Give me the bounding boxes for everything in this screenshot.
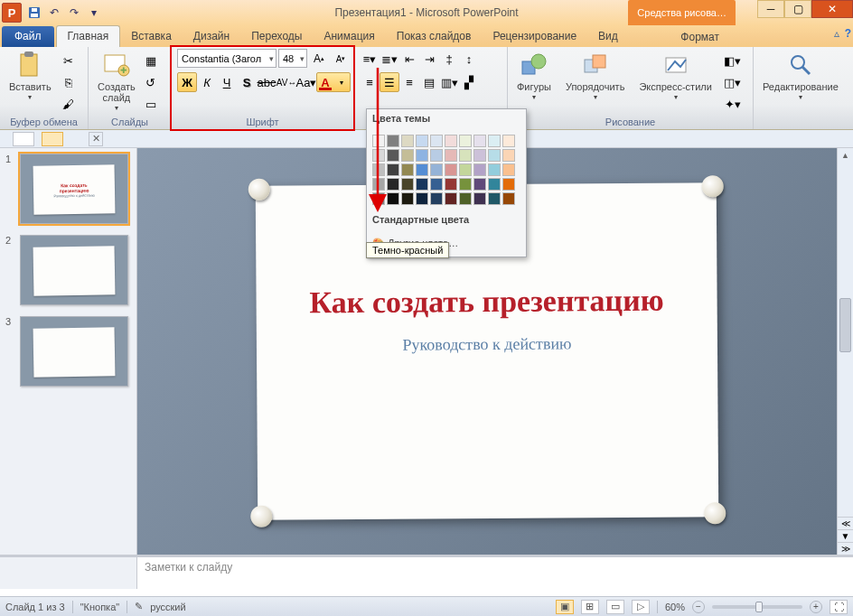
slide-reset-icon[interactable]: ↺ (141, 72, 161, 92)
color-swatch[interactable] (430, 135, 443, 147)
color-swatch[interactable] (473, 135, 486, 147)
color-swatch[interactable] (445, 192, 457, 205)
slide-thumbnail[interactable] (20, 235, 128, 305)
zoom-value[interactable]: 60% (665, 602, 685, 612)
color-swatch[interactable] (430, 163, 443, 176)
bullets-icon[interactable]: ≡▾ (360, 49, 380, 69)
zoom-slider[interactable] (712, 605, 802, 609)
color-swatch[interactable] (459, 163, 472, 176)
new-slide-button[interactable]: ✚ Создать слайд▾ (94, 49, 139, 115)
color-swatch[interactable] (445, 149, 457, 162)
tab-format[interactable]: Формат (664, 27, 736, 47)
next-slide-icon[interactable]: ≫ (838, 542, 853, 555)
color-swatch[interactable] (416, 149, 428, 162)
color-swatch[interactable] (459, 135, 472, 147)
color-swatch[interactable] (488, 149, 501, 162)
save-icon[interactable] (25, 4, 43, 22)
slide-layout-icon[interactable]: ▦ (141, 51, 161, 70)
color-swatch[interactable] (488, 192, 501, 205)
outline-view-icon[interactable] (13, 132, 34, 146)
slide-section-icon[interactable]: ▭ (141, 94, 161, 114)
shape-effects-icon[interactable]: ✦▾ (723, 94, 743, 114)
color-swatch[interactable] (502, 192, 515, 205)
shrink-font-icon[interactable]: A▾ (331, 49, 351, 69)
color-swatch[interactable] (387, 135, 399, 147)
font-color-icon[interactable]: A (317, 73, 333, 91)
color-swatch[interactable] (488, 163, 501, 176)
shadow-button[interactable]: S (237, 72, 257, 92)
color-swatch[interactable] (401, 149, 414, 162)
scroll-down-icon[interactable]: ▼ (838, 529, 853, 542)
dedent-icon[interactable]: ⇤ (399, 49, 419, 69)
vertical-scrollbar[interactable]: ▲ ≪ ▼ ≫ (837, 148, 853, 555)
color-swatch[interactable] (401, 163, 414, 176)
color-swatch[interactable] (430, 149, 443, 162)
zoom-in-icon[interactable]: + (810, 601, 822, 613)
arrange-button[interactable]: Упорядочить▾ (562, 49, 628, 104)
justify-icon[interactable]: ▤ (419, 72, 439, 92)
color-swatch[interactable] (372, 178, 385, 191)
color-swatch[interactable] (445, 178, 457, 191)
color-swatch[interactable] (459, 192, 472, 205)
spellcheck-icon[interactable]: ✎ (135, 601, 143, 612)
columns-icon[interactable]: ▥▾ (439, 72, 459, 92)
color-swatch[interactable] (401, 135, 414, 147)
font-family-combo[interactable]: Constantia (Загол (177, 49, 277, 68)
tab-file[interactable]: Файл (2, 26, 54, 47)
color-swatch[interactable] (488, 135, 501, 147)
prev-slide-icon[interactable]: ≪ (838, 517, 853, 529)
format-painter-icon[interactable]: 🖌 (59, 94, 79, 114)
italic-button[interactable]: К (197, 72, 217, 92)
tab-design[interactable]: Дизайн (183, 26, 240, 47)
strike-button[interactable]: abc (257, 72, 277, 92)
align-left-icon[interactable]: ≡ (360, 72, 380, 92)
font-color-dropdown-icon[interactable]: ▾ (333, 73, 350, 91)
color-swatch[interactable] (430, 178, 443, 191)
editing-button[interactable]: Редактирование▾ (759, 49, 842, 104)
copy-icon[interactable]: ⎘ (59, 72, 79, 92)
color-swatch[interactable] (387, 192, 399, 205)
redo-icon[interactable]: ↷ (65, 4, 83, 22)
color-swatch[interactable] (459, 178, 472, 191)
fit-window-icon[interactable]: ⛶ (830, 600, 848, 614)
color-swatch[interactable] (372, 135, 385, 147)
numbering-icon[interactable]: ≣▾ (380, 49, 399, 69)
color-swatch[interactable] (401, 192, 414, 205)
slide-thumbnail[interactable]: Как создатьпрезентациюРуководство к дейс… (20, 154, 128, 224)
shapes-button[interactable]: Фигуры▾ (513, 49, 555, 104)
color-swatch[interactable] (502, 149, 515, 162)
cut-icon[interactable]: ✂ (59, 51, 79, 70)
tab-animation[interactable]: Анимация (313, 26, 385, 47)
zoom-out-icon[interactable]: − (692, 601, 705, 613)
font-color-button[interactable]: A ▾ (316, 72, 351, 92)
tab-review[interactable]: Рецензирование (482, 26, 587, 47)
maximize-button[interactable]: ▢ (784, 0, 811, 18)
color-swatch[interactable] (372, 149, 385, 162)
line-spacing-icon[interactable]: ‡ (439, 49, 459, 69)
normal-view-icon[interactable]: ▣ (556, 600, 574, 614)
color-swatch[interactable] (372, 192, 385, 205)
color-swatch[interactable] (445, 135, 457, 147)
slide-thumbnail[interactable] (20, 316, 128, 387)
close-pane-icon[interactable]: ✕ (89, 132, 103, 146)
color-swatch[interactable] (387, 178, 399, 191)
qat-more-icon[interactable]: ▾ (85, 4, 103, 22)
convert-smartart-icon[interactable]: ▞ (459, 72, 479, 92)
color-swatch[interactable] (416, 135, 428, 147)
color-swatch[interactable] (502, 135, 515, 147)
align-center-icon[interactable]: ☰ (380, 72, 399, 92)
grow-font-icon[interactable]: A▴ (309, 49, 329, 69)
color-swatch[interactable] (445, 163, 457, 176)
text-direction-icon[interactable]: ↕ (459, 49, 479, 69)
color-swatch[interactable] (473, 149, 486, 162)
color-swatch[interactable] (473, 178, 486, 191)
scrollbar-thumb[interactable] (839, 298, 851, 352)
thumbnails-view-icon[interactable] (42, 132, 63, 146)
color-swatch[interactable] (430, 192, 443, 205)
shape-fill-icon[interactable]: ◧▾ (723, 51, 743, 70)
sorter-view-icon[interactable]: ⊞ (581, 600, 599, 614)
color-swatch[interactable] (401, 178, 414, 191)
color-swatch[interactable] (387, 149, 399, 162)
color-swatch[interactable] (416, 192, 428, 205)
color-swatch[interactable] (372, 163, 385, 176)
